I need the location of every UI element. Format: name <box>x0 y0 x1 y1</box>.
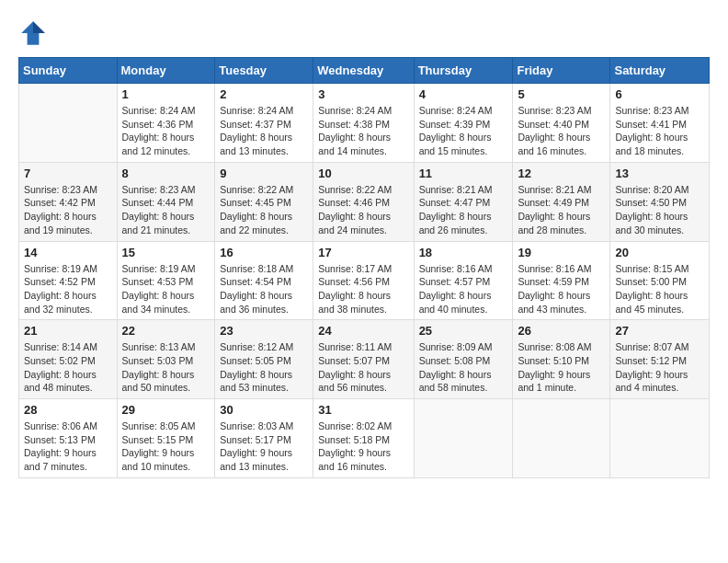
calendar-cell: 7Sunrise: 8:23 AM Sunset: 4:42 PM Daylig… <box>19 162 118 241</box>
calendar-week-row: 28Sunrise: 8:06 AM Sunset: 5:13 PM Dayli… <box>19 399 710 478</box>
day-number: 25 <box>419 324 508 338</box>
day-number: 18 <box>419 246 508 259</box>
day-number: 10 <box>318 167 408 180</box>
calendar-cell: 8Sunrise: 8:23 AM Sunset: 4:44 PM Daylig… <box>117 162 215 241</box>
day-header-saturday: Saturday <box>610 58 710 84</box>
calendar-cell: 31Sunrise: 8:02 AM Sunset: 5:18 PM Dayli… <box>313 399 414 478</box>
calendar-cell: 2Sunrise: 8:24 AM Sunset: 4:37 PM Daylig… <box>215 84 313 163</box>
calendar-cell: 10Sunrise: 8:22 AM Sunset: 4:46 PM Dayli… <box>313 162 414 241</box>
day-info: Sunrise: 8:14 AM Sunset: 5:02 PM Dayligh… <box>24 340 112 395</box>
calendar-cell: 12Sunrise: 8:21 AM Sunset: 4:49 PM Dayli… <box>513 162 610 241</box>
calendar-cell: 14Sunrise: 8:19 AM Sunset: 4:52 PM Dayli… <box>19 241 118 320</box>
calendar-cell <box>610 399 710 478</box>
day-number: 24 <box>318 324 408 338</box>
calendar-cell: 30Sunrise: 8:03 AM Sunset: 5:17 PM Dayli… <box>215 399 313 478</box>
calendar-week-row: 1Sunrise: 8:24 AM Sunset: 4:36 PM Daylig… <box>19 84 710 163</box>
day-info: Sunrise: 8:16 AM Sunset: 4:59 PM Dayligh… <box>518 262 605 316</box>
day-info: Sunrise: 8:23 AM Sunset: 4:42 PM Dayligh… <box>24 183 112 237</box>
day-number: 21 <box>24 324 112 338</box>
day-header-monday: Monday <box>117 58 215 84</box>
calendar-cell: 9Sunrise: 8:22 AM Sunset: 4:45 PM Daylig… <box>215 162 313 241</box>
day-info: Sunrise: 8:24 AM Sunset: 4:39 PM Dayligh… <box>419 104 508 158</box>
calendar-cell: 4Sunrise: 8:24 AM Sunset: 4:39 PM Daylig… <box>414 84 513 163</box>
day-info: Sunrise: 8:24 AM Sunset: 4:36 PM Dayligh… <box>122 104 210 158</box>
day-info: Sunrise: 8:19 AM Sunset: 4:53 PM Dayligh… <box>122 262 210 316</box>
day-number: 29 <box>122 403 210 417</box>
calendar-cell: 23Sunrise: 8:12 AM Sunset: 5:05 PM Dayli… <box>215 320 313 399</box>
calendar-week-row: 7Sunrise: 8:23 AM Sunset: 4:42 PM Daylig… <box>19 162 710 241</box>
calendar-cell: 20Sunrise: 8:15 AM Sunset: 5:00 PM Dayli… <box>610 241 710 320</box>
day-header-friday: Friday <box>513 58 610 84</box>
day-number: 23 <box>220 324 308 338</box>
day-info: Sunrise: 8:02 AM Sunset: 5:18 PM Dayligh… <box>318 419 408 474</box>
day-number: 15 <box>122 246 210 259</box>
day-info: Sunrise: 8:12 AM Sunset: 5:05 PM Dayligh… <box>220 340 308 395</box>
page-header <box>18 18 710 48</box>
calendar-cell <box>513 399 610 478</box>
calendar-cell: 25Sunrise: 8:09 AM Sunset: 5:08 PM Dayli… <box>414 320 513 399</box>
day-number: 19 <box>518 246 605 259</box>
calendar-cell: 15Sunrise: 8:19 AM Sunset: 4:53 PM Dayli… <box>117 241 215 320</box>
day-number: 30 <box>220 403 308 417</box>
day-info: Sunrise: 8:03 AM Sunset: 5:17 PM Dayligh… <box>220 419 308 474</box>
day-info: Sunrise: 8:18 AM Sunset: 4:54 PM Dayligh… <box>220 262 308 316</box>
calendar-header-row: SundayMondayTuesdayWednesdayThursdayFrid… <box>19 58 710 84</box>
day-info: Sunrise: 8:23 AM Sunset: 4:40 PM Dayligh… <box>518 104 605 158</box>
day-info: Sunrise: 8:15 AM Sunset: 5:00 PM Dayligh… <box>615 262 704 316</box>
day-header-tuesday: Tuesday <box>215 58 313 84</box>
day-number: 22 <box>122 324 210 338</box>
day-number: 8 <box>122 167 210 180</box>
day-number: 27 <box>615 324 704 338</box>
day-number: 3 <box>318 87 408 101</box>
calendar-cell: 17Sunrise: 8:17 AM Sunset: 4:56 PM Dayli… <box>313 241 414 320</box>
day-info: Sunrise: 8:21 AM Sunset: 4:47 PM Dayligh… <box>419 183 508 237</box>
day-info: Sunrise: 8:09 AM Sunset: 5:08 PM Dayligh… <box>419 340 508 395</box>
calendar-cell: 24Sunrise: 8:11 AM Sunset: 5:07 PM Dayli… <box>313 320 414 399</box>
calendar-cell: 16Sunrise: 8:18 AM Sunset: 4:54 PM Dayli… <box>215 241 313 320</box>
calendar-cell: 6Sunrise: 8:23 AM Sunset: 4:41 PM Daylig… <box>610 84 710 163</box>
calendar-cell: 19Sunrise: 8:16 AM Sunset: 4:59 PM Dayli… <box>513 241 610 320</box>
day-info: Sunrise: 8:23 AM Sunset: 4:44 PM Dayligh… <box>122 183 210 237</box>
day-info: Sunrise: 8:17 AM Sunset: 4:56 PM Dayligh… <box>318 262 408 316</box>
day-number: 6 <box>615 87 704 101</box>
day-info: Sunrise: 8:22 AM Sunset: 4:45 PM Dayligh… <box>220 183 308 237</box>
calendar-cell: 18Sunrise: 8:16 AM Sunset: 4:57 PM Dayli… <box>414 241 513 320</box>
day-header-thursday: Thursday <box>414 58 513 84</box>
day-number: 1 <box>122 87 210 101</box>
day-info: Sunrise: 8:16 AM Sunset: 4:57 PM Dayligh… <box>419 262 508 316</box>
logo-icon <box>18 18 48 48</box>
day-info: Sunrise: 8:24 AM Sunset: 4:37 PM Dayligh… <box>220 104 308 158</box>
day-info: Sunrise: 8:11 AM Sunset: 5:07 PM Dayligh… <box>318 340 408 395</box>
calendar-week-row: 14Sunrise: 8:19 AM Sunset: 4:52 PM Dayli… <box>19 241 710 320</box>
day-header-wednesday: Wednesday <box>313 58 414 84</box>
calendar-table: SundayMondayTuesdayWednesdayThursdayFrid… <box>18 57 710 478</box>
day-number: 28 <box>24 403 112 417</box>
day-number: 26 <box>518 324 605 338</box>
calendar-cell <box>414 399 513 478</box>
calendar-cell: 22Sunrise: 8:13 AM Sunset: 5:03 PM Dayli… <box>117 320 215 399</box>
day-number: 7 <box>24 167 112 180</box>
day-info: Sunrise: 8:24 AM Sunset: 4:38 PM Dayligh… <box>318 104 408 158</box>
calendar-week-row: 21Sunrise: 8:14 AM Sunset: 5:02 PM Dayli… <box>19 320 710 399</box>
day-info: Sunrise: 8:05 AM Sunset: 5:15 PM Dayligh… <box>122 419 210 474</box>
day-number: 14 <box>24 246 112 259</box>
day-info: Sunrise: 8:21 AM Sunset: 4:49 PM Dayligh… <box>518 183 605 237</box>
calendar-cell <box>19 84 118 163</box>
logo <box>18 18 51 48</box>
calendar-cell: 26Sunrise: 8:08 AM Sunset: 5:10 PM Dayli… <box>513 320 610 399</box>
calendar-cell: 28Sunrise: 8:06 AM Sunset: 5:13 PM Dayli… <box>19 399 118 478</box>
calendar-cell: 5Sunrise: 8:23 AM Sunset: 4:40 PM Daylig… <box>513 84 610 163</box>
day-info: Sunrise: 8:23 AM Sunset: 4:41 PM Dayligh… <box>615 104 704 158</box>
day-info: Sunrise: 8:19 AM Sunset: 4:52 PM Dayligh… <box>24 262 112 316</box>
calendar-cell: 21Sunrise: 8:14 AM Sunset: 5:02 PM Dayli… <box>19 320 118 399</box>
day-number: 31 <box>318 403 408 417</box>
day-info: Sunrise: 8:22 AM Sunset: 4:46 PM Dayligh… <box>318 183 408 237</box>
day-number: 20 <box>615 246 704 259</box>
day-number: 17 <box>318 246 408 259</box>
svg-marker-1 <box>33 21 45 33</box>
calendar-cell: 27Sunrise: 8:07 AM Sunset: 5:12 PM Dayli… <box>610 320 710 399</box>
day-info: Sunrise: 8:06 AM Sunset: 5:13 PM Dayligh… <box>24 419 112 474</box>
calendar-cell: 29Sunrise: 8:05 AM Sunset: 5:15 PM Dayli… <box>117 399 215 478</box>
day-info: Sunrise: 8:08 AM Sunset: 5:10 PM Dayligh… <box>518 340 605 395</box>
calendar-cell: 13Sunrise: 8:20 AM Sunset: 4:50 PM Dayli… <box>610 162 710 241</box>
